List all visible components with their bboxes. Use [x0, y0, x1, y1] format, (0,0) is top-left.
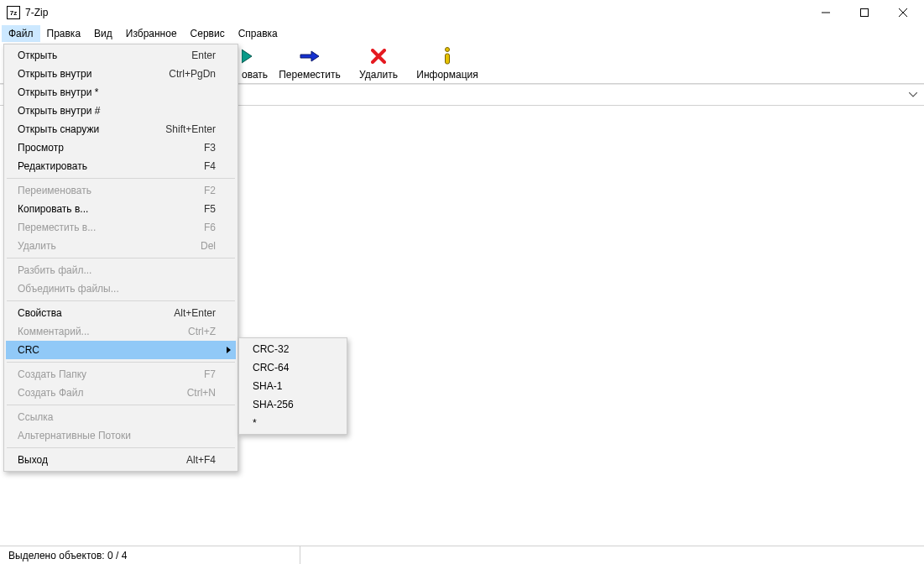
file-menu-item[interactable]: Открыть внутри * — [6, 83, 236, 102]
menu-item-label: Удалить — [18, 240, 201, 252]
crc-submenu-item[interactable]: SHA-1 — [241, 377, 345, 395]
arrow-right-blue-icon — [299, 45, 321, 67]
close-button[interactable] — [884, 0, 922, 25]
svg-rect-2 — [446, 54, 450, 64]
file-menu-item[interactable]: ВыходAlt+F4 — [6, 451, 236, 469]
file-menu-item[interactable]: Копировать в...F5 — [6, 200, 236, 218]
toolbar-move[interactable]: Переместить — [275, 42, 344, 83]
crc-submenu-item[interactable]: CRC-32 — [241, 340, 345, 358]
menu-separator — [7, 178, 235, 179]
file-menu-item: Создать ФайлCtrl+N — [6, 384, 236, 402]
maximize-button[interactable] — [845, 0, 884, 25]
menu-separator — [7, 258, 235, 258]
menu-item-shortcut: Del — [201, 240, 216, 252]
menu-item-label: Ссылка — [18, 411, 216, 423]
chevron-down-icon[interactable] — [907, 89, 919, 101]
arrow-right-teal-icon — [242, 45, 260, 67]
info-icon — [441, 45, 453, 67]
menu-item-label: Открыть снаружи — [18, 123, 165, 135]
menu-item-label: Просмотр — [18, 142, 204, 154]
menu-item-shortcut: Ctrl+N — [187, 387, 216, 399]
menu-item-label: Выход — [18, 454, 186, 466]
file-menu-item: Создать ПапкуF7 — [6, 365, 236, 384]
menu-item-label: Создать Папку — [18, 368, 204, 380]
menu-item-shortcut: Alt+Enter — [174, 307, 216, 319]
menu-item-label: Создать Файл — [18, 387, 187, 399]
menu-separator — [7, 362, 235, 363]
menu-item-label: CRC — [18, 344, 216, 356]
menu-item-label: Открыть внутри # — [18, 105, 216, 117]
file-menu-item: ПереименоватьF2 — [6, 181, 236, 200]
menu-item-label: Объединить файлы... — [18, 283, 216, 295]
menu-separator — [7, 300, 235, 301]
menu-item-label: Переименовать — [18, 185, 204, 196]
toolbar-delete-label: Удалить — [359, 69, 398, 81]
file-menu-item: Объединить файлы... — [6, 279, 236, 298]
menu-item-shortcut: F3 — [204, 142, 216, 154]
menu-item-shortcut: F7 — [204, 368, 216, 380]
toolbar-delete[interactable]: Удалить — [344, 42, 413, 83]
menu-help[interactable]: Справка — [232, 25, 285, 42]
menu-item-shortcut: F6 — [204, 222, 216, 233]
file-menu-item[interactable]: Открыть внутриCtrl+PgDn — [6, 65, 236, 83]
menu-item-label: Разбить файл... — [18, 264, 216, 276]
menu-item-shortcut: Enter — [191, 50, 216, 61]
menu-item-label: CRC-64 — [253, 362, 325, 373]
status-divider — [300, 546, 300, 564]
menu-item-label: Комментарий... — [18, 326, 188, 337]
crc-submenu-item[interactable]: CRC-64 — [241, 358, 345, 377]
menu-item-shortcut: Ctrl+PgDn — [169, 68, 216, 80]
file-menu-item[interactable]: Открыть внутри # — [6, 102, 236, 120]
menu-item-label: Свойства — [18, 307, 174, 319]
menu-item-shortcut: Alt+F4 — [186, 454, 216, 466]
menu-item-label: Открыть — [18, 50, 191, 61]
file-menu-item[interactable]: СвойстваAlt+Enter — [6, 304, 236, 322]
menu-item-label: Открыть внутри — [18, 68, 169, 80]
menu-view[interactable]: Вид — [87, 25, 119, 42]
menu-item-label: * — [253, 417, 325, 429]
file-menu-item[interactable]: ПросмотрF3 — [6, 138, 236, 157]
toolbar-extract-label: овать — [242, 69, 268, 81]
file-menu-item: Альтернативные Потоки — [6, 426, 236, 445]
crc-submenu-item[interactable]: SHA-256 — [241, 395, 345, 414]
file-menu-item[interactable]: CRC — [6, 341, 236, 359]
file-menu-item[interactable]: ОткрытьEnter — [6, 46, 236, 65]
menu-item-shortcut: F4 — [204, 160, 216, 172]
menu-item-label: Альтернативные Потоки — [18, 430, 216, 441]
menu-item-shortcut: F5 — [204, 203, 216, 215]
app-window: 7z 7-Zip Файл Правка Вид Избранное Серви… — [0, 0, 924, 564]
window-title: 7-Zip — [25, 7, 48, 18]
file-menu-item[interactable]: Открыть снаружиShift+Enter — [6, 120, 236, 138]
toolbar-move-label: Переместить — [279, 69, 341, 81]
menu-item-label: Редактировать — [18, 160, 204, 172]
menu-item-shortcut: Ctrl+Z — [188, 326, 216, 337]
menu-edit[interactable]: Правка — [40, 25, 88, 42]
menubar: Файл Правка Вид Избранное Сервис Справка — [0, 25, 924, 42]
menu-item-label: Открыть внутри * — [18, 86, 216, 98]
svg-rect-0 — [861, 9, 869, 17]
x-red-icon — [371, 45, 386, 67]
menu-item-label: CRC-32 — [253, 343, 325, 355]
menu-separator — [7, 405, 235, 405]
toolbar-info[interactable]: Информация — [413, 42, 482, 83]
menu-item-shortcut: Shift+Enter — [165, 123, 216, 135]
file-menu-item: Разбить файл... — [6, 261, 236, 279]
menu-item-label: Переместить в... — [18, 222, 204, 233]
menu-item-shortcut: F2 — [204, 185, 216, 196]
menu-item-label: Копировать в... — [18, 203, 204, 215]
minimize-button[interactable] — [807, 0, 845, 25]
submenu-arrow-icon — [227, 347, 231, 353]
toolbar-extract[interactable]: овать — [242, 42, 275, 83]
svg-point-1 — [446, 47, 450, 51]
menu-separator — [7, 447, 235, 448]
file-menu-item: УдалитьDel — [6, 237, 236, 255]
titlebar: 7z 7-Zip — [0, 0, 924, 25]
menu-item-label: SHA-1 — [253, 380, 325, 392]
file-menu-item: Ссылка — [6, 408, 236, 426]
menu-file[interactable]: Файл — [2, 25, 40, 42]
menu-tools[interactable]: Сервис — [184, 25, 232, 42]
file-menu-item[interactable]: РедактироватьF4 — [6, 157, 236, 175]
crc-submenu-item[interactable]: * — [241, 414, 345, 432]
menu-item-label: SHA-256 — [253, 399, 325, 410]
menu-favorites[interactable]: Избранное — [119, 25, 184, 42]
